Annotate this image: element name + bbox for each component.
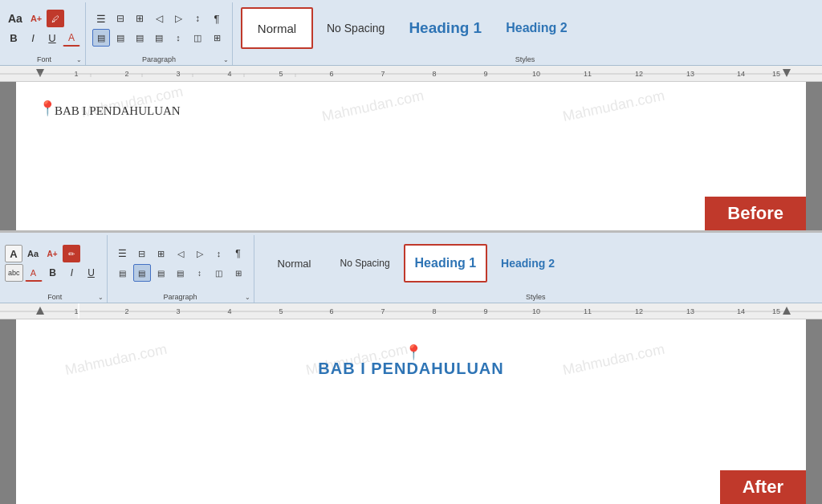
paragraph-section-bottom: ☰ ⊟ ⊞ ◁ ▷ ↕ ¶ ▤ ▤ ▤ ▤ ↕ ◫ ⊞ Paragra [108,235,254,303]
svg-text:12: 12 [635,307,643,315]
pilcrow-btn-top[interactable]: ¶ [208,10,226,27]
para-expander-top[interactable]: ⌄ [223,56,229,63]
style-nospacing-text-bottom: No Spacing [340,258,390,269]
style-nospacing-top[interactable]: No Spacing [316,7,395,49]
shading-btn-top[interactable]: ◫ [189,29,206,47]
multilevel-btn-bottom[interactable]: ⊞ [153,245,170,262]
font-aa-btn-bottom[interactable]: Aa [24,245,42,262]
align-right-btn-bottom[interactable]: ▤ [153,264,170,282]
font-clear-btn[interactable]: 🖊 [47,10,64,27]
style-heading1-top[interactable]: Heading 1 [398,7,492,49]
svg-text:5: 5 [279,307,283,315]
shading-btn-bottom[interactable]: ◫ [210,264,228,282]
doc-content-top: Mahmudan.com Mahmudan.com Mahmudan.com 📍… [0,82,822,230]
align-left-btn-bottom[interactable]: ▤ [114,264,132,282]
svg-text:15: 15 [772,70,780,78]
numbered-list-btn-top[interactable]: ⊟ [112,10,129,27]
svg-text:1: 1 [74,70,78,78]
font-expander-top[interactable]: ⌄ [76,56,82,63]
line-spacing-btn-top[interactable]: ↕ [169,29,187,47]
svg-rect-25 [0,303,822,319]
multilevel-list-btn-top[interactable]: ⊞ [131,10,149,27]
align-center-btn-top[interactable]: ▤ [112,29,129,47]
style-heading2-top[interactable]: Heading 2 [495,7,577,49]
after-badge: After [720,470,806,504]
bottom-ribbon: A Aa A+ ✏ abc A B I U Font ⌄ ☰ [0,233,822,303]
svg-text:4: 4 [227,307,231,315]
font-grow2-btn[interactable]: A+ [43,245,61,262]
watermark-top-2: Mahmudan.com [320,87,425,125]
para-expander-bottom[interactable]: ⌄ [245,294,250,301]
watermark-bottom-1: Mahmudan.com [63,341,169,379]
align-center-btn-bottom[interactable]: ▤ [133,264,151,282]
styles-section-bottom: Normal No Spacing Heading 1 Heading 2 St… [254,235,817,303]
svg-text:10: 10 [532,70,540,78]
svg-text:7: 7 [380,307,385,315]
svg-text:9: 9 [483,70,487,78]
font-clear2-btn[interactable]: ✏ [63,245,80,262]
font-a-btn-bottom[interactable]: A [5,245,22,262]
font-section-top: Aa A+ 🖊 B I U A Font ⌄ [3,2,86,65]
font-expander-bottom[interactable]: ⌄ [98,294,104,301]
font-underline-btn[interactable]: U [43,29,61,47]
pin-icon-bottom: 📍 [405,343,422,361]
font-section-label-top: Font [3,55,85,63]
style-normal-text-bottom: Normal [278,258,311,270]
font-bold-btn[interactable]: B [5,29,22,47]
indent-btn-top[interactable]: ▷ [169,10,187,27]
svg-text:8: 8 [432,307,436,315]
sort-btn-top[interactable]: ↕ [189,10,206,27]
style-heading1-bottom[interactable]: Heading 1 [404,244,487,282]
indent-btn-bottom[interactable]: ▷ [191,245,209,262]
style-heading2-bottom[interactable]: Heading 2 [490,244,565,282]
font-italic-btn[interactable]: I [24,29,42,47]
justify-btn-bottom[interactable]: ▤ [172,264,189,282]
style-heading1-text-top: Heading 1 [409,19,482,37]
outdent-btn-top[interactable]: ◁ [150,10,168,27]
outdent-btn-bottom[interactable]: ◁ [172,245,189,262]
pilcrow-btn-bottom[interactable]: ¶ [230,245,247,262]
font-grow-btn[interactable]: A+ [27,10,45,27]
line-spacing-btn-bottom[interactable]: ↕ [191,264,209,282]
style-nospacing-text-top: No Spacing [327,22,385,35]
svg-text:9: 9 [483,307,487,315]
svg-text:11: 11 [584,70,592,78]
svg-text:10: 10 [532,307,540,315]
svg-text:15: 15 [772,307,780,315]
bullet-list-btn-top[interactable]: ☰ [92,10,110,27]
svg-text:4: 4 [227,70,231,78]
font-color2-btn[interactable]: A [25,264,43,282]
style-normal-text-top: Normal [258,22,296,35]
align-left-btn-top[interactable]: ▤ [92,29,110,47]
numbered-list-btn-bottom[interactable]: ⊟ [133,245,151,262]
svg-text:6: 6 [329,70,333,78]
styles-section-label-bottom: Styles [254,293,817,301]
font-color-btn[interactable]: A [63,29,80,47]
style-normal-bottom[interactable]: Normal [262,244,327,282]
bullet-list-btn-bottom[interactable]: ☰ [114,245,132,262]
svg-text:3: 3 [176,70,180,78]
font-italic2-btn[interactable]: I [63,264,81,282]
align-right-btn-top[interactable]: ▤ [131,29,149,47]
doc-text-bottom: BAB I PENDAHULUAN [318,360,503,378]
font-abc-btn[interactable]: abc [5,264,23,282]
borders-btn-top[interactable]: ⊞ [208,29,226,47]
before-badge: Before [705,197,806,230]
svg-text:11: 11 [584,307,592,315]
style-nospacing-bottom[interactable]: No Spacing [330,244,401,282]
font-bold2-btn[interactable]: B [44,264,62,282]
svg-text:13: 13 [686,70,694,78]
top-section: Aa A+ 🖊 B I U A Font ⌄ ☰ ⊟ ⊞ [0,0,822,233]
borders-btn-bottom[interactable]: ⊞ [230,264,247,282]
style-normal-top[interactable]: Normal [241,7,313,49]
sort-btn-bottom[interactable]: ↕ [210,245,228,262]
svg-rect-0 [0,66,822,81]
font-section-label-bottom: Font [3,293,107,301]
white-page-top: Mahmudan.com Mahmudan.com Mahmudan.com 📍… [16,82,806,230]
font-underline2-btn[interactable]: U [83,264,100,282]
svg-text:2: 2 [124,70,128,78]
justify-btn-top[interactable]: ▤ [150,29,168,47]
paragraph-section-top: ☰ ⊟ ⊞ ◁ ▷ ↕ ¶ ▤ ▤ ▤ ▤ ↕ ◫ ⊞ Paragra [86,2,233,65]
svg-text:12: 12 [635,70,643,78]
font-size-aa-btn[interactable]: Aa [5,10,26,27]
